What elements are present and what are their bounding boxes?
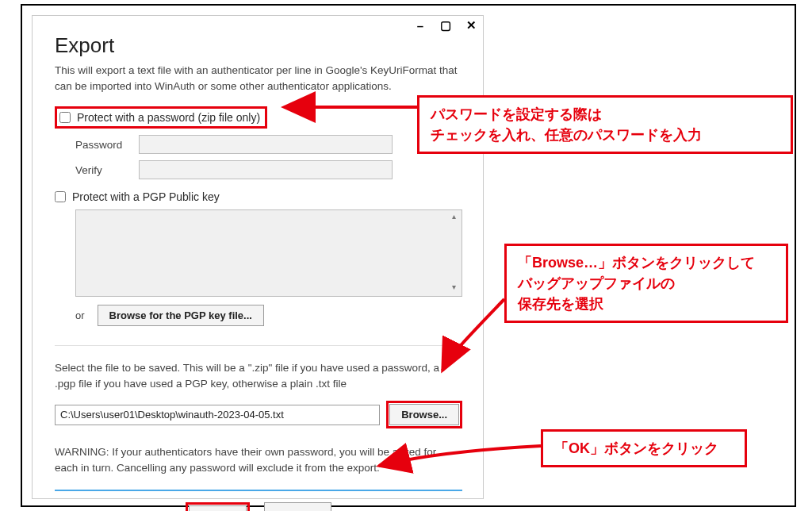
annotation-browse: 「Browse…」ボタンをクリックしてバッグアップファイルの保存先を選択 — [504, 244, 788, 323]
verify-label: Verify — [75, 164, 139, 176]
or-text: or — [75, 309, 85, 321]
dialog-title: Export — [55, 33, 462, 58]
ok-highlight: OK — [186, 502, 251, 511]
pgp-key-textarea[interactable]: ▴ ▾ — [75, 209, 462, 297]
protect-password-group: Protect with a password (zip file only) — [55, 106, 267, 129]
maximize-icon[interactable]: ▢ — [439, 18, 453, 33]
close-icon[interactable]: ✕ — [464, 18, 478, 33]
annotation-password: パスワードを設定する際はチェックを入れ、任意のパスワードを入力 — [417, 95, 793, 154]
annotated-frame: – ▢ ✕ Export This will export a text fil… — [21, 4, 796, 507]
progress-line — [55, 490, 462, 491]
dialog-description: This will export a text file with an aut… — [55, 63, 462, 94]
browse-button[interactable]: Browse... — [389, 404, 459, 425]
scroll-up-icon[interactable]: ▴ — [448, 212, 460, 224]
minimize-icon[interactable]: – — [413, 18, 427, 33]
password-label: Password — [75, 139, 139, 151]
separator — [55, 345, 462, 346]
annotation-ok: 「OK」ボタンをクリック — [541, 429, 747, 467]
protect-password-checkbox[interactable] — [59, 112, 71, 123]
save-description: Select the file to be saved. This will b… — [55, 360, 462, 391]
protect-pgp-label: Protect with a PGP Public key — [72, 190, 220, 203]
window-controls: – ▢ ✕ — [413, 18, 478, 33]
ok-button[interactable]: OK — [189, 505, 247, 511]
protect-password-label: Protect with a password (zip file only) — [77, 111, 260, 124]
cancel-button[interactable]: Cancel — [264, 502, 331, 511]
warning-text: WARNING: If your authenticators have the… — [55, 444, 462, 475]
password-input[interactable] — [139, 135, 393, 154]
browse-pgp-button[interactable]: Browse for the PGP key file... — [98, 305, 264, 326]
save-path-input[interactable] — [55, 405, 380, 425]
browse-highlight: Browse... — [386, 401, 462, 428]
scroll-down-icon[interactable]: ▾ — [448, 282, 460, 294]
verify-input[interactable] — [139, 160, 393, 179]
protect-pgp-checkbox[interactable] — [55, 191, 66, 202]
export-dialog: – ▢ ✕ Export This will export a text fil… — [32, 15, 484, 499]
